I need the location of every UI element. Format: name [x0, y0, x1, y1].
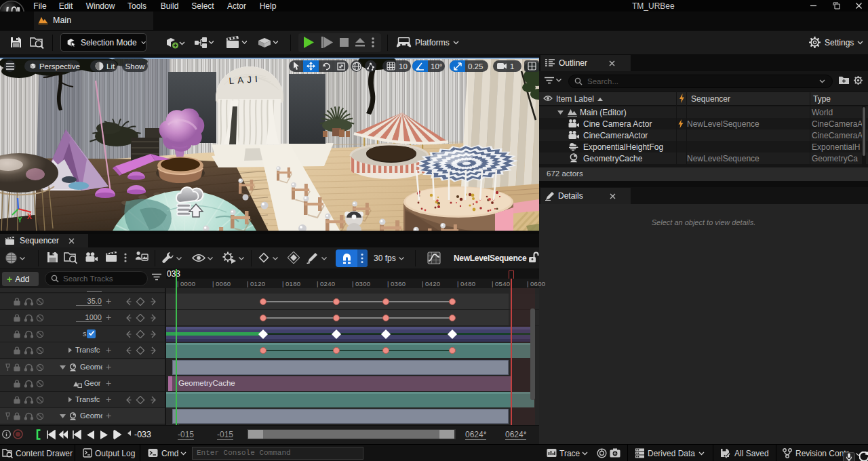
svg-text:Y: Y [18, 216, 22, 224]
svg-text:X: X [27, 213, 32, 220]
